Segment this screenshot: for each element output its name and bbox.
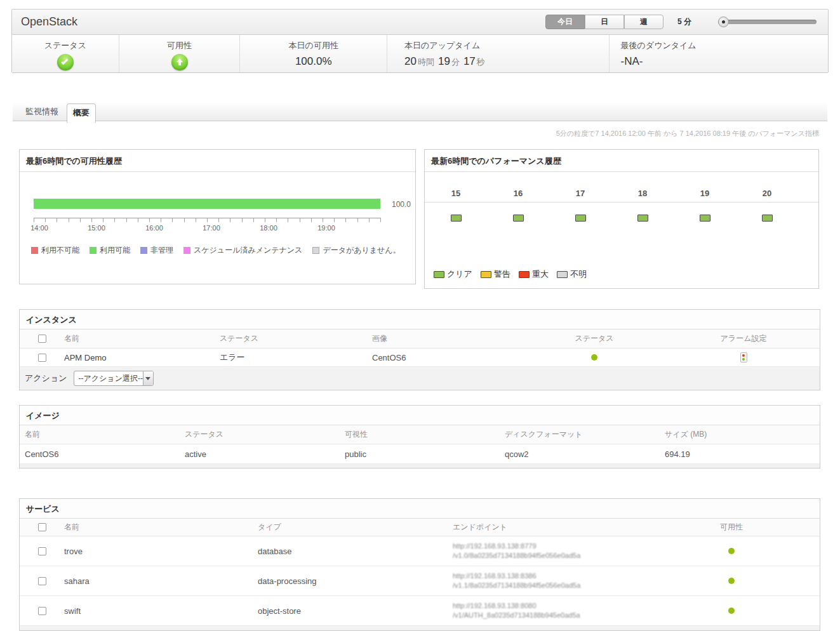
period-button-day[interactable]: 日 <box>585 15 624 29</box>
table-row: trove database http://192.168.93.138:877… <box>20 536 820 566</box>
interval-slider[interactable] <box>718 17 817 27</box>
slider-track <box>718 20 817 24</box>
column-header: 可視性 <box>340 429 500 440</box>
instances-action-row: アクション --アクション選択-- <box>20 367 820 390</box>
column-header: ステータス <box>180 429 340 440</box>
slider-handle[interactable] <box>718 17 729 27</box>
legend-item: 不明 <box>557 269 587 280</box>
availability-bar <box>34 199 380 209</box>
instance-status: エラー <box>220 352 372 363</box>
image-disk-format: qcow2 <box>500 449 660 459</box>
legend-label: スケジュール済みメンテナンス <box>194 245 302 256</box>
select-dropdown-button[interactable] <box>143 371 153 385</box>
select-all-checkbox[interactable] <box>38 523 46 531</box>
performance-status-cell[interactable] <box>575 215 586 222</box>
x-tick-label: 17:00 <box>199 224 224 232</box>
column-header: 可用性 <box>643 522 820 533</box>
legend-label: 警告 <box>494 269 510 280</box>
legend-swatch-clear <box>434 271 444 278</box>
action-select[interactable]: --アクション選択-- <box>74 371 154 386</box>
row-checkbox[interactable] <box>38 607 46 615</box>
service-name: sahara <box>64 576 258 586</box>
column-header: エンドポイント <box>453 522 643 533</box>
legend-item: 警告 <box>481 269 510 280</box>
header-title-row: OpenStack 今日 日 週 5 分 <box>12 10 828 35</box>
availability-bar-value: 100.0 <box>392 200 411 209</box>
x-tick-label: 19:00 <box>314 224 339 232</box>
section-footer <box>20 464 820 468</box>
instance-name-link[interactable]: APM Demo <box>64 353 220 362</box>
period-button-today[interactable]: 今日 <box>545 15 585 29</box>
column-header: 名前 <box>64 522 258 533</box>
image-visibility: public <box>340 449 500 459</box>
header-controls: 今日 日 週 5 分 <box>545 15 822 29</box>
last-downtime-value: -NA- <box>621 55 828 68</box>
row-checkbox[interactable] <box>38 354 46 362</box>
slider-handle-dot <box>722 20 725 23</box>
period-button-week[interactable]: 週 <box>624 15 663 29</box>
performance-status-cell[interactable] <box>700 215 710 222</box>
availability-history-panel: 最新6時間での可用性履歴 100.0 14:00 15:00 16:00 17:… <box>19 149 416 284</box>
today-availability-value: 100.0% <box>240 55 387 68</box>
legend-item: 利用可能 <box>90 245 130 256</box>
performance-status-cell[interactable] <box>637 215 648 222</box>
legend-label: データがありません。 <box>323 245 400 256</box>
legend-swatch-unavailable <box>31 247 38 254</box>
legend-swatch-maintenance <box>183 247 190 254</box>
uptime-seconds: 17 <box>463 55 476 67</box>
column-header: ディスクフォーマット <box>500 429 660 440</box>
instance-image: CentOS6 <box>372 353 521 362</box>
tab-overview[interactable]: 概要 <box>67 103 96 123</box>
performance-status-cell[interactable] <box>451 215 462 222</box>
column-header: タイプ <box>258 522 453 533</box>
performance-status-cell[interactable] <box>762 215 773 222</box>
column-header: サイズ (MB) <box>660 429 820 440</box>
monitor-header: OpenStack 今日 日 週 5 分 ステータス 可用性 <box>11 9 829 73</box>
column-header: ステータス <box>521 333 667 344</box>
alarm-config-icon[interactable] <box>740 352 747 362</box>
select-all-checkbox[interactable] <box>38 335 46 343</box>
table-row: CentOS6 active public qcow2 694.19 <box>20 444 820 464</box>
x-axis-ticks <box>34 218 381 222</box>
action-label: アクション <box>25 373 67 384</box>
stat-last-downtime: 最後のダウンタイム -NA- <box>610 35 828 72</box>
page-title: OpenStack <box>21 15 77 29</box>
table-row: APM Demo エラー CentOS6 <box>20 349 820 367</box>
legend-item: データがありません。 <box>312 245 400 256</box>
service-type: data-processing <box>258 576 453 586</box>
service-name: trove <box>64 547 258 556</box>
performance-history-panel: 最新6時間でのパフォーマンス履歴 15 16 17 18 19 20 クリア 警… <box>424 149 819 289</box>
performance-legend: クリア 警告 重大 不明 <box>434 269 595 280</box>
stat-availability-label: 可用性 <box>119 40 240 51</box>
checkmark-icon <box>61 57 68 64</box>
images-section-title: イメージ <box>20 406 820 425</box>
performance-status-cell[interactable] <box>513 215 524 222</box>
availability-dot-icon <box>728 578 735 584</box>
column-header: アラーム設定 <box>667 333 820 344</box>
hour-label: 16 <box>487 172 549 202</box>
availability-up-icon <box>171 54 188 70</box>
stat-last-downtime-label: 最後のダウンタイム <box>621 40 828 51</box>
x-tick-label: 18:00 <box>256 224 281 232</box>
services-header-row: 名前 タイプ エンドポイント 可用性 <box>20 519 820 536</box>
tab-monitor-info[interactable]: 監視情報 <box>25 102 58 121</box>
legend-label: 利用不可能 <box>41 245 79 256</box>
row-checkbox[interactable] <box>38 547 46 555</box>
uptime-value: 20時間19分17秒 <box>404 55 608 68</box>
legend-item: クリア <box>434 269 472 280</box>
row-checkbox[interactable] <box>38 577 46 585</box>
tab-bar: 監視情報 概要 <box>13 102 827 121</box>
services-section-title: サービス <box>20 499 820 519</box>
instances-section-title: インスタンス <box>20 310 820 329</box>
instances-header-row: 名前 ステータス 画像 ステータス アラーム設定 <box>20 329 820 349</box>
legend-item: 利用不可能 <box>31 245 79 256</box>
performance-chart: 15 16 17 18 19 20 クリア 警告 重大 不明 <box>425 172 818 222</box>
legend-label: 不明 <box>570 269 587 280</box>
legend-swatch-unmanaged <box>140 247 147 254</box>
images-header-row: 名前 ステータス 可視性 ディスクフォーマット サイズ (MB) <box>20 425 820 444</box>
legend-item: スケジュール済みメンテナンス <box>183 245 302 256</box>
hour-label: 15 <box>425 172 487 202</box>
performance-panel-title: 最新6時間でのパフォーマンス履歴 <box>425 150 818 172</box>
uptime-seconds-unit: 秒 <box>477 57 485 67</box>
service-name: swift <box>64 606 258 616</box>
